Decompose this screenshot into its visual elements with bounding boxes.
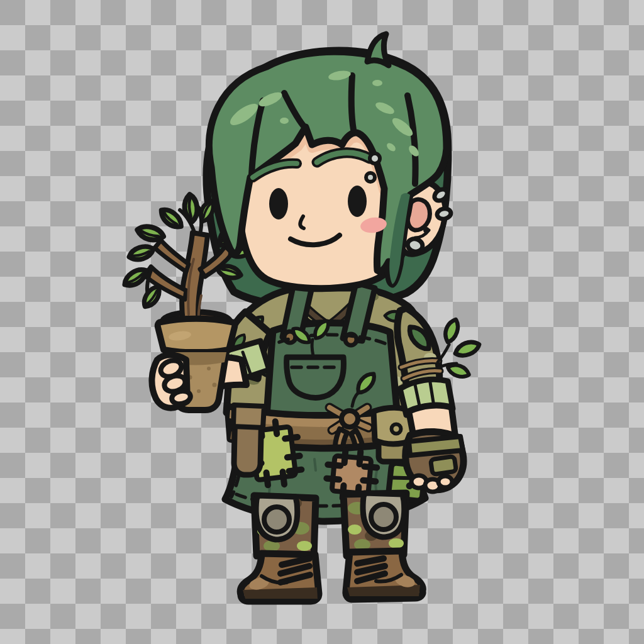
character-illustration xyxy=(0,0,644,644)
glove-strap xyxy=(409,436,463,455)
lobe-stud xyxy=(423,227,430,233)
glove-patch xyxy=(431,456,457,474)
head xyxy=(209,34,452,289)
right-boot-laces xyxy=(357,558,385,581)
right-sleeve xyxy=(397,308,480,438)
left-boot xyxy=(240,553,319,601)
right-eye xyxy=(348,186,367,217)
right-boot xyxy=(346,551,423,599)
branch-upper-left xyxy=(155,240,189,272)
hand-grip xyxy=(152,355,191,408)
left-eye xyxy=(269,188,288,219)
elbow-sprig xyxy=(438,318,480,382)
glove-knuckles xyxy=(411,475,452,492)
pot-rim xyxy=(158,319,235,353)
lobe-ring xyxy=(406,237,424,253)
finger xyxy=(170,389,192,406)
transparency-checkerboard xyxy=(0,0,644,644)
chest-pocket xyxy=(287,357,344,397)
hair-tuft xyxy=(367,34,389,65)
pouch-left xyxy=(233,405,264,475)
character xyxy=(121,34,480,601)
glove xyxy=(406,431,464,492)
